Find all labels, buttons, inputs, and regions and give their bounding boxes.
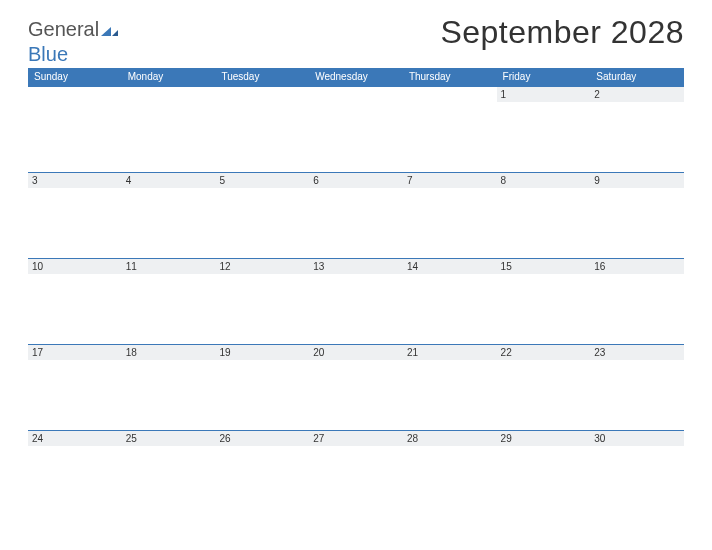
date-number: 1: [497, 87, 591, 102]
date-number: [215, 87, 309, 102]
calendar-cell: 17: [28, 345, 122, 430]
calendar-cell: [215, 87, 309, 172]
calendar-cell: 24: [28, 431, 122, 516]
calendar-cell: 12: [215, 259, 309, 344]
weekday-header: Thursday: [403, 68, 497, 86]
date-number: 22: [497, 345, 591, 360]
date-number: 16: [590, 259, 684, 274]
date-number: 3: [28, 173, 122, 188]
calendar-week: 17 18 19 20 21 22 23: [28, 344, 684, 430]
calendar-cell: 20: [309, 345, 403, 430]
calendar-grid: Sunday Monday Tuesday Wednesday Thursday…: [28, 68, 684, 516]
date-number: 18: [122, 345, 216, 360]
calendar-cell: [309, 87, 403, 172]
date-number: 24: [28, 431, 122, 446]
date-number: 27: [309, 431, 403, 446]
date-number: 7: [403, 173, 497, 188]
date-number: 11: [122, 259, 216, 274]
date-number: 10: [28, 259, 122, 274]
page-title: September 2028: [440, 14, 684, 51]
date-number: 26: [215, 431, 309, 446]
date-number: 15: [497, 259, 591, 274]
brand-text-general: General: [28, 18, 99, 40]
calendar-cell: 15: [497, 259, 591, 344]
calendar-cell: 25: [122, 431, 216, 516]
calendar-week: 1 2: [28, 86, 684, 172]
calendar-cell: 18: [122, 345, 216, 430]
calendar-cell: 6: [309, 173, 403, 258]
calendar-cell: 5: [215, 173, 309, 258]
calendar-cell: 2: [590, 87, 684, 172]
date-number: 28: [403, 431, 497, 446]
brand-text-blue: Blue: [28, 43, 68, 65]
calendar-cell: 3: [28, 173, 122, 258]
weekday-header: Monday: [122, 68, 216, 86]
calendar-cell: [403, 87, 497, 172]
calendar-cell: 23: [590, 345, 684, 430]
calendar-cell: 11: [122, 259, 216, 344]
calendar-cell: 1: [497, 87, 591, 172]
weekday-header: Tuesday: [215, 68, 309, 86]
date-number: 14: [403, 259, 497, 274]
calendar-cell: 4: [122, 173, 216, 258]
date-number: [122, 87, 216, 102]
calendar-cell: 30: [590, 431, 684, 516]
date-number: 2: [590, 87, 684, 102]
date-number: 17: [28, 345, 122, 360]
weekday-header-row: Sunday Monday Tuesday Wednesday Thursday…: [28, 68, 684, 86]
svg-marker-1: [112, 30, 118, 36]
calendar-cell: 8: [497, 173, 591, 258]
calendar-cell: 16: [590, 259, 684, 344]
date-number: 29: [497, 431, 591, 446]
date-number: 25: [122, 431, 216, 446]
calendar-cell: 19: [215, 345, 309, 430]
date-number: 4: [122, 173, 216, 188]
calendar-cell: 9: [590, 173, 684, 258]
calendar-cell: 28: [403, 431, 497, 516]
calendar-cell: [122, 87, 216, 172]
date-number: 8: [497, 173, 591, 188]
date-number: 21: [403, 345, 497, 360]
calendar-cell: 22: [497, 345, 591, 430]
date-number: 5: [215, 173, 309, 188]
header: General Blue September 2028: [0, 0, 712, 68]
date-number: 12: [215, 259, 309, 274]
date-number: 13: [309, 259, 403, 274]
calendar-week: 10 11 12 13 14 15 16: [28, 258, 684, 344]
svg-marker-0: [101, 27, 111, 36]
calendar-cell: 29: [497, 431, 591, 516]
date-number: 9: [590, 173, 684, 188]
date-number: 6: [309, 173, 403, 188]
calendar-week: 24 25 26 27 28 29 30: [28, 430, 684, 516]
date-number: [28, 87, 122, 102]
brand-logo: General Blue: [28, 18, 119, 66]
calendar-cell: 7: [403, 173, 497, 258]
date-number: 23: [590, 345, 684, 360]
weekday-header: Wednesday: [309, 68, 403, 86]
weekday-header: Friday: [497, 68, 591, 86]
date-number: [403, 87, 497, 102]
calendar-cell: 13: [309, 259, 403, 344]
weekday-header: Saturday: [590, 68, 684, 86]
date-number: 19: [215, 345, 309, 360]
date-number: 30: [590, 431, 684, 446]
calendar-cell: 10: [28, 259, 122, 344]
calendar-cell: 14: [403, 259, 497, 344]
calendar-cell: 21: [403, 345, 497, 430]
calendar-week: 3 4 5 6 7 8 9: [28, 172, 684, 258]
calendar-cell: [28, 87, 122, 172]
brand-logo-icon: [101, 20, 119, 43]
date-number: 20: [309, 345, 403, 360]
calendar-cell: 27: [309, 431, 403, 516]
date-number: [309, 87, 403, 102]
calendar-cell: 26: [215, 431, 309, 516]
weekday-header: Sunday: [28, 68, 122, 86]
